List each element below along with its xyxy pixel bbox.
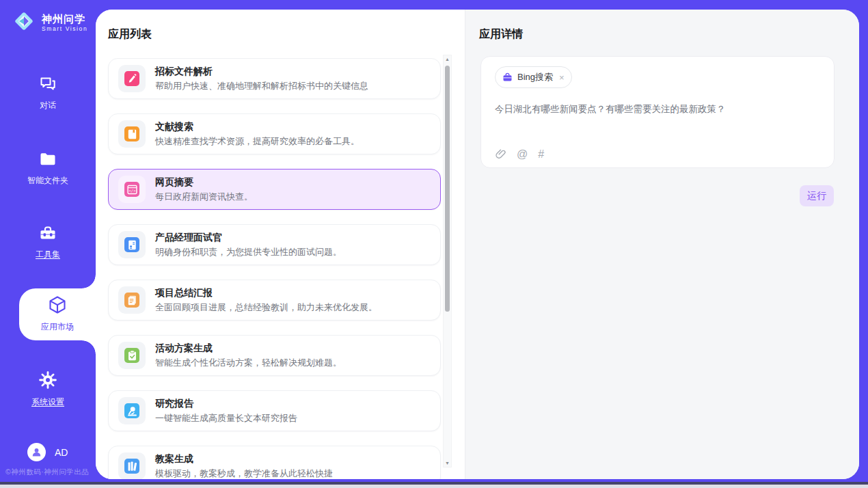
app-detail-panel: 应用详情 Bing搜索 × 今日湖北有哪些新闻要点？有哪些需要关注的最新政策？: [465, 10, 859, 479]
input-toolbar: @ #: [495, 148, 544, 161]
app-icon-tile: [118, 231, 146, 258]
avatar: [27, 443, 46, 461]
brand-diamond-icon: [11, 8, 37, 37]
app-list-item[interactable]: 研究报告 一键智能生成高质量长文本研究报告: [108, 390, 441, 431]
brand-logo: 神州问学 Smart Vision: [11, 8, 87, 37]
sidebar-item-chat[interactable]: 对话: [0, 75, 96, 111]
app-list-item[interactable]: 活动方案生成 智能生成个性化活动方案，轻松解决规划难题。: [108, 335, 441, 376]
main-content: 应用列表 招标文件解析 帮助用户快速、准确地理解和解析招标书中的关键信息 文献搜…: [96, 10, 859, 479]
app-icon-tile: [118, 342, 146, 369]
app-name: 网页摘要: [155, 176, 193, 189]
app-description: 智能生成个性化活动方案，轻松解决规划难题。: [155, 357, 342, 369]
user-account[interactable]: AD: [27, 443, 68, 461]
microscope-icon: [124, 403, 139, 418]
app-description: 帮助用户快速、准确地理解和解析招标书中的关键信息: [155, 80, 368, 92]
run-button[interactable]: 运行: [800, 185, 834, 206]
sidebar-item-settings[interactable]: 系统设置: [0, 370, 96, 408]
app-list: 招标文件解析 帮助用户快速、准确地理解和解析招标书中的关键信息 文献搜索 快速精…: [108, 58, 441, 479]
app-detail-card: Bing搜索 × 今日湖北有哪些新闻要点？有哪些需要关注的最新政策？ @ #: [480, 56, 835, 168]
chat-icon: [38, 83, 57, 95]
tool-tag-bing-search[interactable]: Bing搜索 ×: [495, 66, 572, 88]
app-list-panel: 应用列表 招标文件解析 帮助用户快速、准确地理解和解析招标书中的关键信息 文献搜…: [96, 10, 465, 479]
active-bubble-fillet-top: [82, 275, 96, 288]
tool-tag-close-icon[interactable]: ×: [559, 72, 565, 83]
app-detail-title: 应用详情: [479, 27, 523, 42]
book-icon: [124, 126, 139, 141]
app-description: 一键智能生成高质量长文本研究报告: [155, 412, 297, 424]
app-name: 产品经理面试官: [155, 232, 222, 244]
sidebar: 神州问学 Smart Vision 对话 智能文件夹: [0, 0, 96, 488]
app-description: 全面回顾项目进展，总结经验教训，助力未来优化发展。: [155, 301, 377, 314]
brand-tagline: Smart Vision: [42, 26, 87, 32]
active-bubble-fillet-bottom: [82, 340, 96, 354]
app-list-item[interactable]: 文献搜索 快速精准查找学术资源，提高研究效率的必备工具。: [108, 113, 441, 154]
sidebar-item-toolset[interactable]: 工具集: [0, 224, 96, 260]
sidebar-item-label: 工具集: [0, 249, 96, 260]
toolbox-icon: [38, 232, 57, 244]
app-icon-tile: </>: [118, 176, 146, 203]
app-name: 文献搜索: [155, 121, 193, 133]
user-name: AD: [55, 447, 68, 458]
bottom-edge-light: [0, 485, 868, 488]
sidebar-item-label: 应用市场: [19, 321, 96, 333]
tool-tag-label: Bing搜索: [517, 71, 553, 83]
app-description: 模板驱动，教案秒成，教学准备从此轻松快捷: [155, 467, 333, 479]
app-icon-tile: [118, 397, 146, 424]
app-name: 教案生成: [155, 453, 193, 465]
app-name: 研究报告: [155, 398, 193, 410]
app-list-item[interactable]: 招标文件解析 帮助用户快速、准确地理解和解析招标书中的关键信息: [108, 58, 441, 99]
sidebar-item-label: 对话: [0, 100, 96, 111]
app-icon-tile: [118, 120, 146, 148]
sidebar-item-app-market[interactable]: 应用市场: [19, 288, 96, 340]
report-icon: [124, 293, 139, 308]
app-description: 每日政府新闻资讯快查。: [155, 191, 253, 203]
at-icon[interactable]: @: [517, 149, 528, 160]
app-icon-tile: [118, 452, 146, 479]
cube-icon: [47, 295, 68, 319]
app-list-scrollbar[interactable]: ▲ ▼: [443, 55, 452, 467]
briefcase-icon: [502, 72, 513, 83]
query-input[interactable]: 今日湖北有哪些新闻要点？有哪些需要关注的最新政策？: [495, 103, 816, 116]
app-list-title: 应用列表: [108, 27, 152, 42]
app-icon-tile: [118, 286, 146, 314]
scroll-up-icon[interactable]: ▲: [444, 57, 451, 62]
gear-icon: [38, 380, 57, 392]
app-description: 明确身份和职责，为您提供专业性的面试问题。: [155, 246, 342, 258]
hash-icon[interactable]: #: [538, 149, 544, 160]
brand-name: 神州问学: [42, 13, 85, 25]
clipboard-icon: [124, 348, 139, 363]
books-icon: [124, 459, 139, 474]
sidebar-item-label: 智能文件夹: [0, 175, 96, 187]
sidebar-item-smart-folder[interactable]: 智能文件夹: [0, 150, 96, 187]
app-name: 招标文件解析: [155, 66, 213, 78]
svg-text:</>: </>: [128, 189, 136, 193]
app-name: 活动方案生成: [155, 342, 213, 355]
app-name: 项目总结汇报: [155, 287, 213, 299]
copyright-footer: ©神州数码·神州问学出品: [0, 467, 108, 477]
app-list-item[interactable]: 项目总结汇报 全面回顾项目进展，总结经验教训，助力未来优化发展。: [108, 280, 441, 321]
scroll-down-icon[interactable]: ▼: [444, 461, 451, 465]
paperclip-icon[interactable]: [495, 148, 506, 161]
app-list-item[interactable]: 教案生成 模板驱动，教案秒成，教学准备从此轻松快捷: [108, 446, 441, 479]
interview-icon: [124, 237, 139, 252]
app-list-item[interactable]: 产品经理面试官 明确身份和职责，为您提供专业性的面试问题。: [108, 224, 441, 265]
edit-icon: [124, 71, 139, 86]
folder-icon: [38, 159, 57, 170]
scrollbar-thumb[interactable]: [445, 66, 450, 312]
app-description: 快速精准查找学术资源，提高研究效率的必备工具。: [155, 135, 360, 148]
sidebar-item-label: 系统设置: [0, 396, 96, 408]
app-list-item[interactable]: </> 网页摘要 每日政府新闻资讯快查。: [108, 169, 441, 210]
browser-icon: </>: [124, 182, 139, 197]
app-icon-tile: [118, 65, 146, 92]
